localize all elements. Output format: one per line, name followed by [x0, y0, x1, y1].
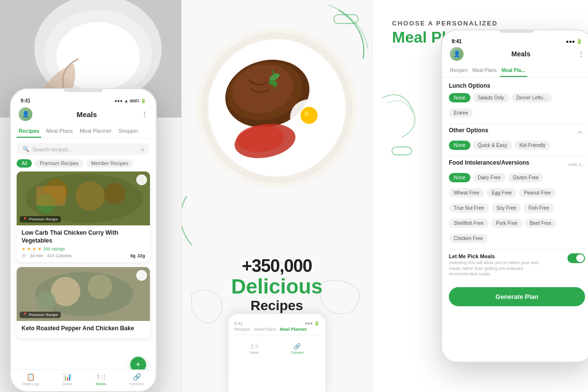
- recipe-info-2: Keto Roasted Pepper And Chicken Bake: [17, 321, 150, 339]
- pr-tab-recipes[interactable]: Recipes: [448, 65, 469, 77]
- intol-pork[interactable]: Pork Free: [491, 219, 522, 228]
- divider-3: [449, 249, 585, 249]
- small-nav-connect[interactable]: 🔗 Connect: [291, 343, 304, 354]
- nav-meals[interactable]: 🍽️ Meals: [96, 373, 106, 386]
- small-tab-planner[interactable]: Meal Planner: [280, 327, 307, 332]
- recipe-card-2[interactable]: 📍 Premium Recipe ♡ Keto Roasted Pepper A…: [17, 267, 150, 339]
- tab-recipes[interactable]: Recipes: [17, 125, 41, 138]
- toggle-title: Let Me Pick Meals: [449, 253, 547, 259]
- filter-icon-left[interactable]: ≡: [141, 147, 144, 152]
- lunch-option-dinner-lefto[interactable]: Dinner Lefto...: [512, 93, 552, 102]
- small-bottom-icons: 🍽️ Meals 🔗 Connect: [234, 339, 319, 358]
- svg-point-28: [304, 111, 309, 116]
- recipe-count-label-line2: Recipes: [182, 298, 372, 314]
- recipe-macros-1: 8g 22g: [130, 253, 145, 258]
- toggle-switch[interactable]: [567, 253, 585, 263]
- star-1: ★: [22, 246, 25, 251]
- premium-text-2: Premium Recipe: [29, 313, 58, 317]
- toggle-container: Let Me Pick Meals Selecting this will al…: [449, 253, 585, 277]
- tab-meal-plans[interactable]: Meal Plans: [44, 125, 74, 138]
- small-tab-recipes[interactable]: Recipes: [234, 327, 250, 332]
- food-photo-area: [192, 15, 362, 201]
- lunch-option-salads[interactable]: Salads Only: [473, 93, 509, 102]
- tab-shopping[interactable]: Shoppin: [116, 125, 140, 138]
- other-option-quick[interactable]: Quick & Easy: [473, 141, 512, 150]
- intol-fish[interactable]: Fish Free: [523, 203, 554, 213]
- status-bar-left: 9:41 ●●● ▲ WiFi 🔋: [11, 93, 156, 105]
- connect-icon: 🔗: [133, 373, 141, 381]
- intol-dairy[interactable]: Dairy Free: [473, 173, 506, 182]
- svg-point-15: [36, 292, 56, 311]
- recipe-stars-1: ★ ★ ★ ★ 200 ratings: [22, 246, 145, 251]
- intol-chicken[interactable]: Chicken Free: [449, 234, 488, 243]
- chip-all[interactable]: All: [17, 159, 32, 168]
- clock-icon-1: ⏱: [22, 253, 26, 258]
- intol-peanut[interactable]: Peanut Free: [519, 188, 556, 197]
- premium-badge-2: 📍 Premium Recipe: [20, 312, 61, 318]
- lunch-option-none[interactable]: None: [449, 93, 470, 102]
- pr-tab-meal-plans[interactable]: Meal Plans: [470, 65, 498, 77]
- svg-point-9: [104, 183, 125, 204]
- toggle-description: Selecting this will allow you to select …: [449, 260, 547, 277]
- chip-member[interactable]: Member Recipes: [86, 159, 133, 168]
- recipe-time-1: 24 min: [30, 253, 43, 258]
- search-placeholder-left: Search recipes...: [32, 147, 73, 152]
- pr-tabs: Recipes Meal Plans Meal Pla...: [442, 65, 588, 77]
- divider-2: [449, 156, 585, 156]
- status-icons-left: ●●● ▲ WiFi 🔋: [115, 98, 146, 103]
- small-connect-label: Connect: [291, 351, 304, 354]
- intolerances-label: Food Intolerances/Aversions: [449, 159, 529, 166]
- pr-more-icon[interactable]: ⋮: [578, 50, 584, 57]
- nav-connect[interactable]: 🔗 Connect: [129, 373, 144, 386]
- meals-icon: 🍽️: [97, 373, 105, 381]
- pr-status-time: 9:41: [452, 39, 462, 44]
- heart-icon-1[interactable]: ♡: [136, 174, 147, 185]
- nav-goals[interactable]: 📊 Goals: [62, 373, 73, 386]
- rating-count-1: 200 ratings: [43, 246, 65, 251]
- recipe-count-section: +350,000 Delicious Recipes: [182, 256, 372, 314]
- intolerances-row-4: Shellfish Free Pork Free Beef Free: [449, 219, 585, 228]
- tab-meal-planner[interactable]: Meal Planner: [78, 125, 114, 138]
- intolerances-row-5: Chicken Free: [449, 234, 585, 243]
- intol-wheat[interactable]: Wheat Free: [449, 188, 484, 197]
- intolerances-hide[interactable]: Hide A...: [568, 162, 585, 167]
- intol-truenut[interactable]: True Nut Free: [449, 203, 489, 213]
- pr-tab-planner[interactable]: Meal Pla...: [500, 65, 527, 77]
- premium-text-1: Premium Recipe: [29, 217, 58, 221]
- star-4: ★: [38, 246, 42, 251]
- nav-connect-label: Connect: [129, 382, 144, 386]
- nav-daily-log-label: Daily Log: [23, 382, 39, 386]
- chip-premium[interactable]: Premium Recipes: [35, 159, 83, 168]
- search-bar-left[interactable]: 🔍 Search recipes... ≡: [17, 143, 150, 155]
- small-tab-meal-plans[interactable]: Meal Plans: [254, 327, 276, 332]
- star-3: ★: [32, 246, 36, 251]
- pr-content: Lunch Options None Salads Only Dinner Le…: [442, 77, 588, 311]
- nav-daily-log[interactable]: 📋 Daily Log: [23, 373, 39, 386]
- pr-status-bar: 9:41 ●●● 🔋: [442, 34, 588, 46]
- other-option-kid[interactable]: Kid-Friendly: [514, 141, 550, 150]
- recipe-meta-1: ⏱ 24 min 415 Calories 8g 22g: [22, 253, 145, 258]
- lunch-options-label: Lunch Options: [449, 82, 585, 89]
- premium-icon-2: 📍: [23, 313, 27, 317]
- other-options-hide[interactable]: H...: [578, 130, 585, 135]
- other-option-none[interactable]: None: [449, 141, 470, 150]
- intol-egg[interactable]: Egg Free: [487, 188, 516, 197]
- star-2: ★: [27, 246, 31, 251]
- intol-beef[interactable]: Beef Free: [525, 219, 556, 228]
- daily-log-icon: 📋: [26, 373, 35, 381]
- carbs-1: 8g: [130, 253, 136, 258]
- recipe-card-1[interactable]: 📍 Premium Recipe ♡ Low Carb Thai Chicken…: [17, 172, 150, 262]
- intol-none[interactable]: None: [449, 173, 470, 182]
- recipe-info-1: Low Carb Thai Chicken Curry With Vegetab…: [17, 225, 150, 262]
- intol-soy[interactable]: Soy Free: [491, 203, 521, 213]
- more-options-icon[interactable]: ⋮: [141, 110, 148, 118]
- intol-shellfish[interactable]: Shellfish Free: [449, 219, 489, 228]
- left-panel: 9:41 ●●● ▲ WiFi 🔋 👤 Meals ⋮ Recipes Meal…: [0, 0, 181, 392]
- phone-title-left: Meals: [32, 110, 141, 119]
- svg-point-14: [88, 274, 112, 299]
- small-phone-tabs: Recipes Meal Plans Meal Planner: [234, 327, 319, 335]
- small-nav-meals[interactable]: 🍽️ Meals: [250, 343, 259, 354]
- lunch-option-entree[interactable]: Entree: [449, 108, 473, 118]
- intol-gluten[interactable]: Gluten Free: [508, 173, 544, 182]
- generate-plan-button[interactable]: Generate Plan: [449, 287, 585, 306]
